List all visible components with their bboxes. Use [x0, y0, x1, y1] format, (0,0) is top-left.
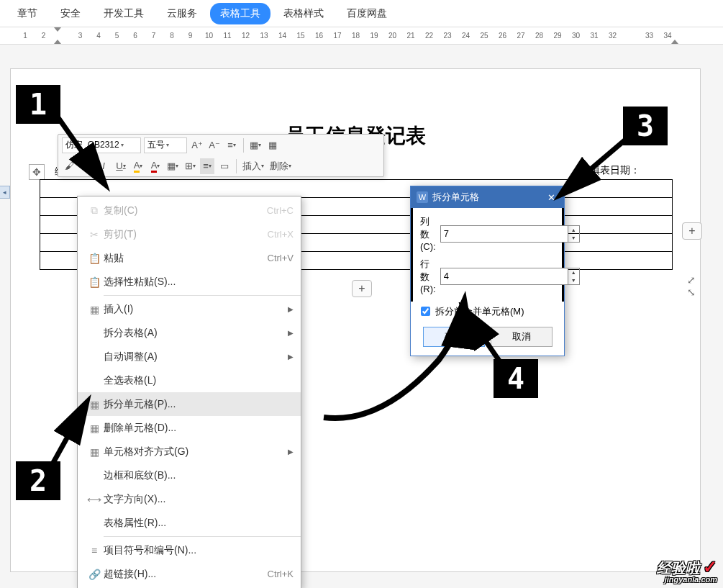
menu-tab-baidu[interactable]: 百度网盘 [337, 3, 397, 24]
underline-button[interactable]: U▾ [114, 158, 128, 174]
ruler-tick: 5 [114, 32, 121, 40]
side-panel-tab[interactable]: ◂ [0, 186, 10, 199]
italic-button[interactable]: I [96, 158, 111, 174]
ruler-tick: 10 [205, 32, 212, 40]
ctx-split-table[interactable]: 拆分表格(A)▶ [78, 321, 301, 345]
decrease-font-button[interactable]: A⁻ [207, 137, 222, 153]
font-name-select[interactable]: 仿宋_GB2312▾ [62, 137, 141, 153]
align-button[interactable]: ≡▾ [200, 158, 214, 174]
cut-icon: ✂ [85, 229, 104, 240]
ctx-autofit[interactable]: 自动调整(A)▶ [78, 345, 301, 368]
shading-button[interactable]: ▭ [217, 158, 232, 174]
menu-tab-cloud[interactable]: 云服务 [157, 3, 207, 24]
ruler-tick: 28 [535, 32, 542, 40]
ruler-tick: 6 [132, 32, 139, 40]
list-icon: ≡ [85, 545, 104, 556]
menu-tab-tabletools[interactable]: 表格工具 [210, 3, 270, 24]
indent-marker-icon[interactable] [54, 27, 61, 32]
menu-tab-tablestyle[interactable]: 表格样式 [273, 3, 334, 24]
columns-spinner[interactable]: ▲▼ [440, 225, 580, 243]
ruler-tick: 12 [242, 32, 249, 40]
ruler-tick: 17 [334, 32, 341, 40]
increase-font-button[interactable]: A⁺ [190, 137, 204, 153]
callout-badge-4: 4 [494, 359, 538, 398]
rows-spinner[interactable]: ▲▼ [440, 268, 580, 285]
split-cells-icon: ▦ [85, 399, 104, 410]
ruler-tick: 9 [187, 32, 194, 40]
menu-tab-chapter[interactable]: 章节 [7, 3, 47, 24]
add-row-button[interactable]: + [352, 280, 372, 297]
indent-marker-icon[interactable] [54, 40, 61, 44]
menu-tab-security[interactable]: 安全 [50, 3, 91, 24]
spin-down-icon[interactable]: ▼ [568, 234, 579, 242]
format-painter-button[interactable]: 🖌 [62, 158, 76, 174]
ruler-tick: 1 [22, 32, 29, 40]
ok-button[interactable]: 确定 [423, 327, 485, 347]
ctx-paste-special[interactable]: 📋选择性粘贴(S)... [78, 270, 301, 294]
ruler-tick: 14 [278, 32, 286, 40]
bold-button[interactable]: B [79, 158, 94, 174]
horizontal-ruler[interactable]: 1 2 3 4 5 6 7 8 9 10 11 12 13 14 15 16 1… [0, 27, 723, 45]
mini-toolbar: 仿宋_GB2312▾ 五号▾ A⁺ A⁻ ≡▾ ▦▾ ▦ 🖌 B I U▾ A▾… [58, 134, 384, 177]
dialog-titlebar[interactable]: W 拆分单元格 ✕ [411, 186, 564, 208]
callout-badge-2: 2 [16, 461, 60, 500]
ctx-hyperlink[interactable]: 🔗超链接(H)...Ctrl+K [78, 562, 301, 586]
ruler-tick: 7 [150, 32, 158, 40]
highlight-button[interactable]: A▾ [131, 158, 145, 174]
context-menu: ⧉复制(C)Ctrl+C ✂剪切(T)Ctrl+X 📋粘贴Ctrl+V 📋选择性… [77, 196, 301, 588]
ruler-tick: 29 [554, 32, 561, 40]
ctx-copy[interactable]: ⧉复制(C)Ctrl+C [78, 199, 301, 222]
callout-badge-1: 1 [16, 85, 60, 124]
indent-marker-icon[interactable] [671, 40, 678, 44]
rows-label: 行数(R): [420, 258, 436, 294]
menu-bar: 章节 安全 开发工具 云服务 表格工具 表格样式 百度网盘 [0, 0, 723, 27]
ctx-delete-cells[interactable]: ▦删除单元格(D)... [78, 416, 301, 440]
dialog-close-button[interactable]: ✕ [544, 192, 558, 203]
table-row [40, 180, 673, 198]
columns-input[interactable] [441, 226, 568, 242]
add-column-button[interactable]: + [682, 222, 702, 240]
insert-table-button[interactable]: ▦▾ [248, 137, 263, 153]
font-color-button[interactable]: A▾ [148, 158, 163, 174]
ruler-tick: 3 [77, 32, 84, 40]
ruler-tick: 34 [664, 32, 671, 40]
table-move-handle-icon[interactable]: ✥ [29, 164, 45, 180]
ctx-text-direction[interactable]: ⟷文字方向(X)... [78, 487, 301, 511]
ctx-insert[interactable]: ▦插入(I)▶ [78, 297, 301, 321]
rows-input[interactable] [441, 268, 568, 284]
merge-before-split-checkbox[interactable] [421, 307, 430, 316]
grid-button[interactable]: ⊞▾ [183, 158, 197, 174]
ctx-paste[interactable]: 📋粘贴Ctrl+V [78, 246, 301, 270]
expand-in-icon[interactable]: ⤡ [683, 284, 699, 300]
ctx-select-table[interactable]: 全选表格(L) [78, 368, 301, 392]
border-button[interactable]: ▦▾ [165, 158, 180, 174]
ctx-cut[interactable]: ✂剪切(T)Ctrl+X [78, 222, 301, 246]
ctx-bullets[interactable]: ≡项目符号和编号(N)... [78, 538, 301, 562]
columns-label: 列数(C): [420, 215, 436, 252]
line-spacing-button[interactable]: ≡▾ [224, 137, 239, 153]
ruler-tick: 32 [609, 32, 616, 40]
ruler-tick: 23 [444, 32, 451, 40]
cancel-button[interactable]: 取消 [491, 327, 553, 347]
ctx-borders-shading[interactable]: 边框和底纹(B)... [78, 463, 301, 487]
text-direction-icon: ⟷ [85, 494, 104, 505]
delete-dropdown[interactable]: 删除▾ [268, 158, 293, 174]
ruler-tick: 30 [572, 32, 579, 40]
menu-tab-devtools[interactable]: 开发工具 [94, 3, 154, 24]
clipboard-icon: 📋 [85, 276, 104, 288]
font-size-select[interactable]: 五号▾ [144, 137, 187, 153]
ruler-tick: 22 [425, 32, 432, 40]
ctx-split-cells[interactable]: ▦拆分单元格(P)... [78, 392, 301, 416]
insert-dropdown[interactable]: 插入▾ [241, 158, 265, 174]
ruler-tick: 13 [260, 32, 268, 40]
spin-up-icon[interactable]: ▲ [568, 226, 579, 234]
spin-up-icon[interactable]: ▲ [568, 268, 579, 276]
ruler-tick: 21 [407, 32, 414, 40]
ruler-tick: 19 [370, 32, 378, 40]
ruler-tick: 16 [315, 32, 322, 40]
ctx-cell-align[interactable]: ▦单元格对齐方式(G)▶ [78, 440, 301, 463]
merge-cells-button[interactable]: ▦ [265, 137, 280, 153]
ctx-table-props[interactable]: 表格属性(R)... [78, 511, 301, 535]
ruler-tick: 33 [645, 32, 652, 40]
spin-down-icon[interactable]: ▼ [568, 276, 579, 284]
